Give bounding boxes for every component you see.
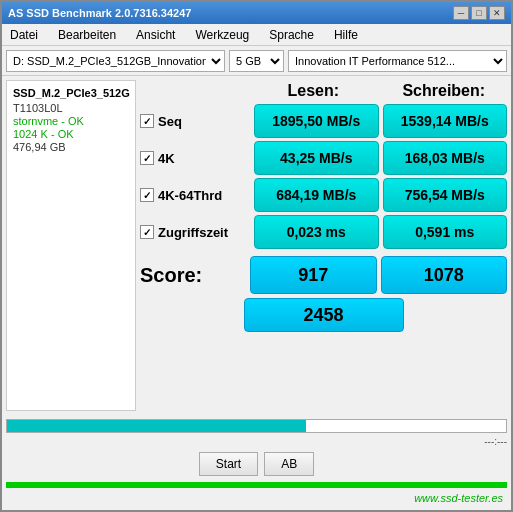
4k64thrd-write-value: 756,54 MB/s (383, 178, 508, 212)
4k-checkbox[interactable]: ✓ (140, 151, 154, 165)
4k-read-value: 43,25 MB/s (254, 141, 379, 175)
menu-bearbeiten[interactable]: Bearbeiten (54, 27, 120, 43)
maximize-button[interactable]: □ (471, 6, 487, 20)
title-bar: AS SSD Benchmark 2.0.7316.34247 ─ □ ✕ (2, 2, 511, 24)
info-line-3: 1024 K - OK (13, 128, 129, 140)
size-dropdown[interactable]: 5 GB (229, 50, 284, 72)
read-score: 917 (250, 256, 377, 294)
score-values-row: 917 1078 (250, 256, 507, 294)
total-score-row: 2458 (140, 298, 507, 332)
menu-sprache[interactable]: Sprache (265, 27, 318, 43)
left-panel: SSD_M.2_PCIe3_512G T1103L0L stornvme - O… (6, 80, 136, 411)
status-text: ---:--- (484, 436, 507, 447)
4k64thrd-read-value: 684,19 MB/s (254, 178, 379, 212)
minimize-button[interactable]: ─ (453, 6, 469, 20)
menu-bar: Datei Bearbeiten Ansicht Werkzeug Sprach… (2, 24, 511, 46)
button-row: Start AB (6, 450, 507, 478)
progress-bar-fill (7, 420, 306, 432)
start-button[interactable]: Start (199, 452, 258, 476)
main-content: SSD_M.2_PCIe3_512G T1103L0L stornvme - O… (2, 76, 511, 415)
info-line-1: T1103L0L (13, 102, 129, 114)
progress-bar-container (6, 419, 507, 433)
4k-label: ✓ 4K (140, 151, 250, 166)
total-score: 2458 (244, 298, 404, 332)
write-header: Schreiben: (381, 80, 508, 102)
window-controls: ─ □ ✕ (453, 6, 505, 20)
info-line-2: stornvme - OK (13, 115, 129, 127)
status-row: ---:--- (6, 436, 507, 447)
score-label: Score: (140, 264, 250, 287)
close-button[interactable]: ✕ (489, 6, 505, 20)
menu-hilfe[interactable]: Hilfe (330, 27, 362, 43)
zugriffszeit-write-value: 0,591 ms (383, 215, 508, 249)
4k-row: ✓ 4K 43,25 MB/s 168,03 MB/s (140, 141, 507, 175)
green-bar (6, 482, 507, 488)
toolbar: D: SSD_M.2_PCIe3_512GB_InnovationIT... 5… (2, 46, 511, 76)
right-panel: Lesen: Schreiben: ✓ Seq 1895,50 MB/s 153… (140, 80, 507, 411)
score-title-row: Score: 917 1078 (140, 255, 507, 295)
bottom-section: ---:--- Start AB www.ssd-tester.es (2, 415, 511, 510)
seq-row: ✓ Seq 1895,50 MB/s 1539,14 MB/s (140, 104, 507, 138)
watermark: www.ssd-tester.es (6, 492, 507, 506)
seq-label: ✓ Seq (140, 114, 250, 129)
score-section: Score: 917 1078 2458 (140, 255, 507, 332)
menu-ansicht[interactable]: Ansicht (132, 27, 179, 43)
drive-name: SSD_M.2_PCIe3_512G (13, 87, 129, 99)
drive-dropdown[interactable]: D: SSD_M.2_PCIe3_512GB_InnovationIT... (6, 50, 225, 72)
4k64thrd-label: ✓ 4K-64Thrd (140, 188, 250, 203)
seq-read-value: 1895,50 MB/s (254, 104, 379, 138)
main-window: AS SSD Benchmark 2.0.7316.34247 ─ □ ✕ Da… (0, 0, 513, 512)
zugriffszeit-label: ✓ Zugriffszeit (140, 225, 250, 240)
4k64thrd-row: ✓ 4K-64Thrd 684,19 MB/s 756,54 MB/s (140, 178, 507, 212)
info-line-4: 476,94 GB (13, 141, 129, 153)
column-headers: Lesen: Schreiben: (250, 80, 507, 102)
menu-datei[interactable]: Datei (6, 27, 42, 43)
menu-werkzeug[interactable]: Werkzeug (191, 27, 253, 43)
write-score: 1078 (381, 256, 508, 294)
zugriffszeit-read-value: 0,023 ms (254, 215, 379, 249)
name-dropdown[interactable]: Innovation IT Performance 512... (288, 50, 507, 72)
4k-write-value: 168,03 MB/s (383, 141, 508, 175)
seq-write-value: 1539,14 MB/s (383, 104, 508, 138)
data-rows: ✓ Seq 1895,50 MB/s 1539,14 MB/s ✓ 4K 43,… (140, 104, 507, 249)
4k64thrd-checkbox[interactable]: ✓ (140, 188, 154, 202)
read-header: Lesen: (250, 80, 377, 102)
ab-button[interactable]: AB (264, 452, 314, 476)
seq-checkbox[interactable]: ✓ (140, 114, 154, 128)
window-title: AS SSD Benchmark 2.0.7316.34247 (8, 7, 191, 19)
zugriffszeit-checkbox[interactable]: ✓ (140, 225, 154, 239)
zugriffszeit-row: ✓ Zugriffszeit 0,023 ms 0,591 ms (140, 215, 507, 249)
